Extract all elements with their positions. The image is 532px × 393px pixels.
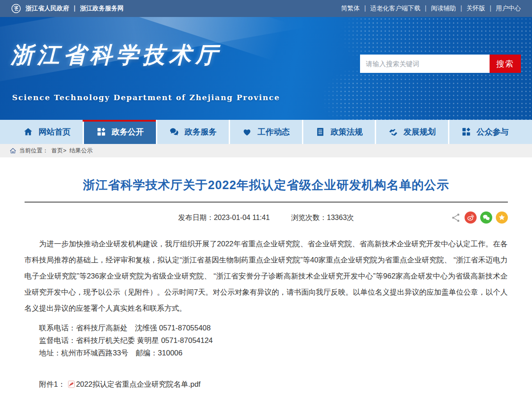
supervision-phone: 监督电话：省科技厅机关纪委 黄明星 0571-87054124	[25, 334, 508, 347]
nav-item-label: 发展规划	[403, 127, 436, 137]
share-icon[interactable]	[451, 213, 461, 223]
wechat-share-icon[interactable]	[480, 211, 492, 224]
topbar-link-user-center[interactable]: 用户中心	[485, 4, 521, 13]
attachment-link[interactable]: 2022年拟认定省企业研究院名单.pdf	[76, 390, 193, 393]
topbar-link-elderly-client-download[interactable]: 适老化客户端下载	[360, 4, 420, 13]
nav-item-development-plan[interactable]: 发展规划	[375, 120, 448, 144]
article-title: 浙江省科学技术厅关于2022年拟认定省级企业研发机构名单的公示	[25, 177, 508, 193]
work-news-icon	[242, 127, 252, 137]
breadcrumb-current: 结果公示	[70, 147, 93, 155]
search-button[interactable]: 搜索	[490, 55, 521, 73]
main-navigation: 网站首页 政务公开 政务服务 工作动态 政策法规 发展规划 公众参与	[0, 120, 532, 144]
nav-item-gov-open[interactable]: 政务公开	[83, 120, 155, 144]
site-banner: 浙江省科学技术厅 Science Technology Department o…	[0, 17, 532, 120]
public-participation-icon	[461, 127, 471, 137]
article: 浙江省科学技术厅关于2022年拟认定省级企业研发机构名单的公示 发布日期：202…	[25, 177, 508, 393]
nav-item-home[interactable]: 网站首页	[11, 120, 83, 144]
zhejiang-gov-logo-icon	[11, 4, 21, 13]
nav-item-label: 政策法规	[331, 127, 363, 137]
nav-item-label: 网站首页	[38, 127, 71, 137]
site-search: 搜索	[360, 55, 521, 73]
breadcrumb-home-icon	[10, 148, 16, 154]
article-meta: 发布日期：2023-01-04 11:41 浏览次数：13363次	[25, 210, 508, 225]
article-paragraph: 为进一步加快推动企业研发机构建设，我厅组织开展了2022年省重点企业研究院、省企…	[25, 236, 508, 316]
nav-item-policy-law[interactable]: 政策法规	[302, 120, 375, 144]
attachment-label: 附件2：	[39, 390, 66, 393]
qzone-share-icon[interactable]	[496, 211, 508, 224]
publish-date: 发布日期：2023-01-04 11:41	[178, 213, 270, 223]
address-postcode: 地址：杭州市环城西路33号 邮编：310006	[25, 347, 508, 359]
breadcrumb: 当前位置： 首页> 结果公示	[0, 144, 532, 157]
topbar-link-provincial-gov[interactable]: 浙江省人民政府	[25, 4, 69, 13]
gov-service-icon	[169, 127, 179, 137]
view-count: 浏览次数：13363次	[291, 213, 354, 223]
development-plan-icon	[388, 127, 398, 137]
topbar-link-care-version[interactable]: 关怀版	[456, 4, 486, 13]
attachment-list: 附件1： 2022拟认定省重点企业研究院名单.pdf 附件2： 2022年拟认定…	[25, 378, 508, 393]
site-title: 浙江省科学技术厅	[11, 40, 222, 70]
attachment-row: 附件2： 2022年拟认定省企业研究院名单.pdf	[39, 390, 508, 393]
nav-item-label: 工作动态	[257, 127, 289, 137]
nav-item-public-participation[interactable]: 公众参与	[448, 120, 521, 144]
nav-item-label: 公众参与	[477, 127, 509, 137]
attachment-row: 附件1： 2022拟认定省重点企业研究院名单.pdf	[39, 378, 508, 390]
breadcrumb-label: 当前位置：	[19, 147, 48, 155]
contact-phone: 联系电话：省科技厅高新处 沈维强 0571-87055408	[25, 321, 508, 334]
top-utility-bar: 浙江省人民政府 浙江政务服务网 简繁体 适老化客户端下载 阅读辅助 关怀版 用户…	[0, 0, 532, 17]
attachment-link[interactable]: 2022拟认定省重点企业研究院名单.pdf	[76, 378, 201, 390]
home-icon	[23, 127, 33, 137]
pdf-file-icon	[68, 380, 75, 388]
attachment-label: 附件1：	[39, 378, 66, 390]
nav-item-label: 政务公开	[112, 127, 144, 137]
weibo-share-icon[interactable]	[465, 211, 477, 224]
topbar-link-simplified-traditional[interactable]: 简繁体	[341, 4, 360, 13]
policy-law-icon	[315, 127, 325, 137]
topbar-link-service-portal[interactable]: 浙江政务服务网	[69, 4, 124, 13]
title-divider	[25, 202, 508, 203]
breadcrumb-home-link[interactable]: 首页>	[51, 147, 67, 155]
nav-item-work-news[interactable]: 工作动态	[229, 120, 302, 144]
gov-open-icon	[96, 127, 106, 137]
share-buttons	[451, 211, 508, 224]
nav-item-label: 政务服务	[184, 127, 217, 137]
nav-item-gov-service[interactable]: 政务服务	[156, 120, 229, 144]
search-input[interactable]	[360, 55, 490, 73]
topbar-link-reading-assist[interactable]: 阅读辅助	[420, 4, 456, 13]
contact-info: 联系电话：省科技厅高新处 沈维强 0571-87055408 监督电话：省科技厅…	[25, 321, 508, 359]
site-subtitle-english: Science Technology Department of Zhejian…	[12, 93, 280, 102]
